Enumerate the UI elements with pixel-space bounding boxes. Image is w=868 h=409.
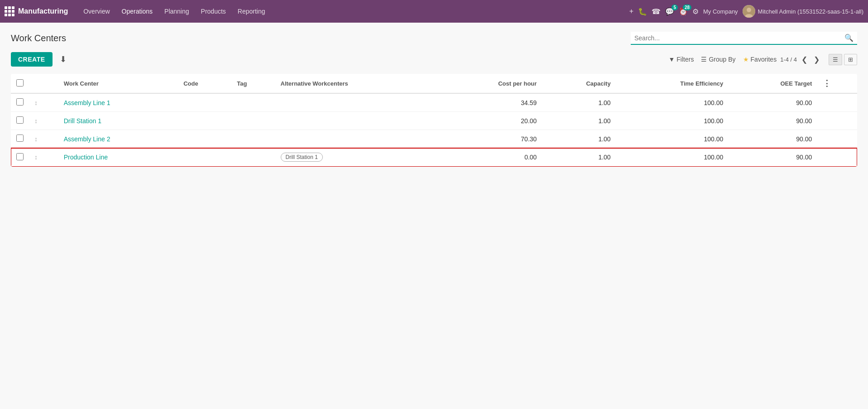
th-cost-per-hour[interactable]: Cost per hour bbox=[439, 74, 542, 93]
pagination-info: 1-4 / 4 bbox=[780, 56, 797, 63]
row-oee-target: 90.00 bbox=[729, 93, 817, 112]
svg-point-1 bbox=[747, 8, 751, 12]
page-title: Work Centers bbox=[11, 33, 66, 43]
chat-icon[interactable]: 💬 5 bbox=[665, 7, 674, 16]
drag-icon: ↕ bbox=[34, 135, 38, 143]
drag-icon: ↕ bbox=[34, 154, 38, 161]
row-work-center[interactable]: Assembly Line 1 bbox=[58, 93, 178, 112]
topnav: Manufacturing Overview Operations Planni… bbox=[0, 0, 868, 23]
row-checkbox-cell[interactable] bbox=[11, 112, 29, 130]
next-page-button[interactable]: ❯ bbox=[812, 54, 821, 65]
row-alt-workcenters bbox=[275, 130, 439, 148]
nav-operations[interactable]: Operations bbox=[116, 5, 158, 18]
row-time-efficiency: 100.00 bbox=[616, 148, 729, 167]
favorites-button[interactable]: ★ Favorites bbox=[743, 56, 777, 63]
prev-page-button[interactable]: ❮ bbox=[800, 54, 809, 65]
create-button[interactable]: CREATE bbox=[11, 52, 53, 67]
drag-icon: ↕ bbox=[34, 99, 38, 106]
th-oee-target[interactable]: OEE Target bbox=[729, 74, 817, 93]
row-cost-per-hour: 34.59 bbox=[439, 93, 542, 112]
filters-group: ▼ Filters ☰ Group By ★ Favorites bbox=[668, 56, 777, 63]
filters-button[interactable]: ▼ Filters bbox=[668, 56, 694, 63]
row-alt-workcenters bbox=[275, 112, 439, 130]
activity-badge: 28 bbox=[683, 5, 691, 10]
row-checkbox[interactable] bbox=[16, 135, 24, 142]
row-cost-per-hour: 0.00 bbox=[439, 148, 542, 167]
select-all-cell[interactable] bbox=[11, 74, 29, 93]
row-checkbox-cell[interactable] bbox=[11, 148, 29, 167]
row-tag bbox=[231, 148, 275, 167]
row-work-center[interactable]: Production Line bbox=[58, 148, 178, 167]
company-selector[interactable]: My Company bbox=[703, 8, 738, 15]
row-drag-handle[interactable]: ↕ bbox=[29, 112, 58, 130]
nav-reporting[interactable]: Reporting bbox=[232, 5, 271, 18]
app-logo[interactable]: Manufacturing bbox=[5, 6, 68, 16]
kanban-view-button[interactable]: ⊞ bbox=[844, 54, 857, 65]
download-button[interactable]: ⬇ bbox=[56, 53, 70, 66]
groupby-icon: ☰ bbox=[701, 56, 707, 63]
nav-products[interactable]: Products bbox=[196, 5, 231, 18]
row-drag-handle[interactable]: ↕ bbox=[29, 93, 58, 112]
row-time-efficiency: 100.00 bbox=[616, 130, 729, 148]
row-alt-workcenters: Drill Station 1 bbox=[275, 148, 439, 167]
th-capacity[interactable]: Capacity bbox=[542, 74, 616, 93]
add-icon[interactable]: + bbox=[629, 7, 633, 15]
pagination: 1-4 / 4 ❮ ❯ bbox=[780, 54, 821, 65]
search-icon[interactable]: 🔍 bbox=[844, 34, 854, 42]
th-time-efficiency[interactable]: Time Efficiency bbox=[616, 74, 729, 93]
topnav-icons: + 🐛 ☎ 💬 5 ⏰ 28 ⚙ My Company bbox=[629, 5, 863, 18]
row-cost-per-hour: 70.30 bbox=[439, 130, 542, 148]
table-container: Work Center Code Tag Alternative Workcen… bbox=[11, 74, 857, 167]
th-more[interactable]: ⋮ bbox=[817, 74, 857, 93]
row-checkbox[interactable] bbox=[16, 98, 24, 106]
row-drag-handle[interactable]: ↕ bbox=[29, 148, 58, 167]
username: Mitchell Admin (15531522-saas-15-1-all) bbox=[758, 8, 863, 15]
activity-icon[interactable]: ⏰ 28 bbox=[679, 7, 688, 16]
row-alt-workcenters bbox=[275, 93, 439, 112]
row-work-center[interactable]: Assembly Line 2 bbox=[58, 130, 178, 148]
user-menu[interactable]: Mitchell Admin (15531522-saas-15-1-all) bbox=[743, 5, 863, 18]
select-all-checkbox[interactable] bbox=[16, 79, 24, 87]
table-row: ↕ Assembly Line 2 70.30 1.00 100.00 90.0… bbox=[11, 130, 857, 148]
app-title: Manufacturing bbox=[18, 7, 68, 15]
settings-icon[interactable]: ⚙ bbox=[692, 7, 699, 16]
row-checkbox-cell[interactable] bbox=[11, 93, 29, 112]
th-drag bbox=[29, 74, 58, 93]
row-work-center[interactable]: Drill Station 1 bbox=[58, 112, 178, 130]
main-content: Work Centers 🔍 CREATE ⬇ ▼ Filters ☰ Grou… bbox=[0, 23, 868, 409]
row-capacity: 1.00 bbox=[542, 148, 616, 167]
view-toggle: ☰ ⊞ bbox=[829, 54, 857, 65]
topnav-menu: Overview Operations Planning Products Re… bbox=[78, 5, 270, 18]
row-drag-handle[interactable]: ↕ bbox=[29, 130, 58, 148]
th-code[interactable]: Code bbox=[178, 74, 231, 93]
row-capacity: 1.00 bbox=[542, 112, 616, 130]
list-view-button[interactable]: ☰ bbox=[829, 54, 842, 65]
row-code bbox=[178, 148, 231, 167]
row-checkbox[interactable] bbox=[16, 153, 24, 160]
row-more-cell bbox=[817, 130, 857, 148]
row-tag bbox=[231, 93, 275, 112]
row-checkbox[interactable] bbox=[16, 116, 24, 124]
star-icon: ★ bbox=[743, 56, 749, 63]
search-bar[interactable]: 🔍 bbox=[631, 32, 857, 45]
row-oee-target: 90.00 bbox=[729, 130, 817, 148]
search-input[interactable] bbox=[634, 34, 844, 42]
row-code bbox=[178, 93, 231, 112]
row-checkbox-cell[interactable] bbox=[11, 130, 29, 148]
grid-icon bbox=[5, 6, 14, 16]
row-capacity: 1.00 bbox=[542, 130, 616, 148]
th-tag[interactable]: Tag bbox=[231, 74, 275, 93]
th-work-center[interactable]: Work Center bbox=[58, 74, 178, 93]
nav-overview[interactable]: Overview bbox=[78, 5, 115, 18]
table-row: ↕ Drill Station 1 20.00 1.00 100.00 90.0… bbox=[11, 112, 857, 130]
filter-icon: ▼ bbox=[668, 56, 675, 63]
table-row: ↕ Production Line Drill Station 1 0.00 1… bbox=[11, 148, 857, 167]
bug-icon[interactable]: 🐛 bbox=[638, 7, 647, 16]
row-more-cell bbox=[817, 148, 857, 167]
th-alt-workcenters[interactable]: Alternative Workcenters bbox=[275, 74, 439, 93]
phone-icon[interactable]: ☎ bbox=[652, 7, 661, 16]
nav-planning[interactable]: Planning bbox=[159, 5, 195, 18]
alt-workcenter-badge[interactable]: Drill Station 1 bbox=[281, 153, 323, 162]
group-by-button[interactable]: ☰ Group By bbox=[701, 56, 735, 63]
row-time-efficiency: 100.00 bbox=[616, 93, 729, 112]
